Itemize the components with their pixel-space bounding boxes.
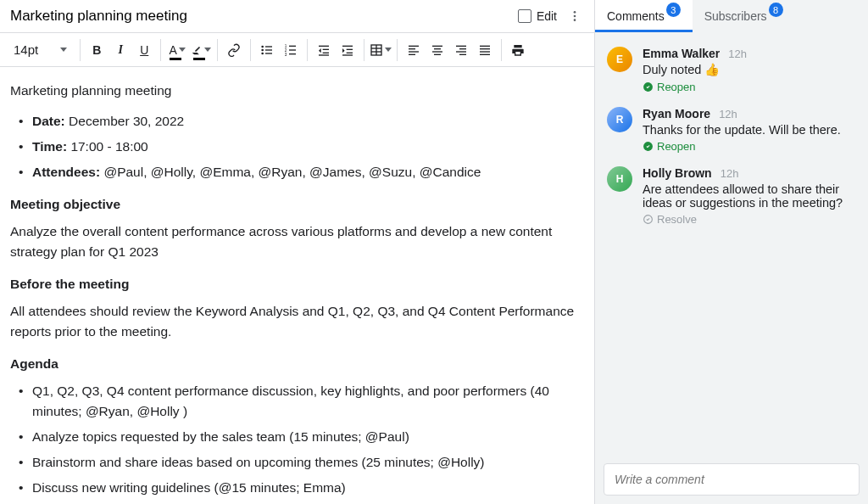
editor-main: Edit 14pt B I U A 123 [0, 0, 595, 504]
indent-icon [341, 43, 354, 57]
more-menu-button[interactable] [565, 7, 584, 25]
svg-rect-16 [323, 48, 329, 49]
svg-rect-32 [434, 48, 441, 49]
svg-rect-36 [459, 48, 466, 49]
svg-rect-21 [347, 52, 353, 53]
font-size-value: 14pt [14, 42, 38, 57]
svg-rect-30 [409, 53, 415, 54]
align-center-button[interactable] [426, 38, 449, 62]
meta-item: Date: December 30, 2022 [19, 111, 584, 132]
before-text: All attendees should review the Keyword … [10, 301, 584, 342]
svg-rect-33 [432, 51, 442, 52]
underline-icon: U [140, 43, 148, 57]
svg-rect-19 [342, 45, 353, 46]
svg-rect-39 [480, 45, 490, 46]
svg-rect-42 [480, 53, 490, 54]
underline-button[interactable]: U [132, 38, 156, 62]
svg-rect-34 [434, 53, 441, 54]
svg-rect-37 [456, 51, 466, 52]
separator [160, 39, 161, 61]
numbered-list-button[interactable]: 123 [279, 38, 303, 62]
svg-rect-14 [289, 53, 296, 54]
resolve-button[interactable]: Resolve [643, 213, 856, 226]
svg-point-3 [262, 45, 264, 48]
meta-item: Attendees: @Paul, @Holly, @Emma, @Ryan, … [19, 162, 584, 182]
indent-button[interactable] [336, 38, 359, 62]
highlight-icon [191, 44, 203, 56]
svg-rect-18 [319, 54, 329, 55]
tab-label: Comments [607, 9, 665, 23]
separator [307, 39, 308, 61]
link-button[interactable] [222, 38, 246, 62]
reopen-button[interactable]: Reopen [643, 81, 856, 93]
edit-toggle[interactable]: Edit [518, 9, 557, 23]
bold-icon: B [92, 43, 101, 57]
agenda-item: Brainstorm and share ideas based on upco… [19, 452, 584, 473]
italic-button[interactable]: I [108, 38, 132, 62]
comment-author: Emma Walker [643, 47, 720, 60]
text-color-icon: A [170, 43, 177, 57]
chevron-down-icon [204, 48, 211, 52]
doc-heading: Marketing planning meeting [10, 81, 584, 101]
chevron-down-icon [179, 48, 186, 52]
svg-rect-12 [289, 45, 296, 46]
meta-list: Date: December 30, 2022 Time: 17:00 - 18… [10, 111, 584, 182]
outdent-button[interactable] [312, 38, 336, 62]
avatar: H [607, 166, 632, 192]
kebab-icon [568, 9, 581, 23]
comment-item: H Holly Brown 12h Are attendees allowed … [595, 160, 868, 232]
bold-button[interactable]: B [85, 38, 108, 62]
comment-input[interactable] [604, 463, 860, 496]
print-button[interactable] [506, 38, 530, 62]
text-color-button[interactable]: A [165, 38, 189, 62]
reopen-button[interactable]: Reopen [643, 140, 856, 153]
svg-point-5 [262, 52, 264, 54]
svg-point-0 [574, 11, 576, 14]
objective-heading: Meeting objective [10, 194, 584, 215]
comment-text: Duly noted 👍 [643, 63, 856, 77]
avatar: R [607, 107, 632, 132]
highlight-button[interactable] [189, 38, 213, 62]
align-left-icon [407, 43, 420, 57]
svg-rect-40 [480, 48, 490, 49]
doc-title-input[interactable] [10, 8, 518, 25]
separator [397, 39, 398, 61]
table-button[interactable] [369, 38, 392, 62]
tab-subscribers[interactable]: Subscribers 8 [693, 0, 795, 31]
outdent-icon [317, 43, 331, 57]
svg-rect-28 [409, 48, 415, 49]
agenda-item: Discuss new writing guidelines (@15 minu… [19, 478, 584, 498]
editor-header: Edit [0, 0, 594, 33]
comment-item: R Ryan Moore 12h Thanks for the update. … [595, 100, 868, 160]
align-right-button[interactable] [449, 38, 473, 62]
numbered-list-icon: 123 [284, 43, 298, 57]
svg-rect-38 [459, 53, 466, 54]
comment-text: Thanks for the update. Will be there. [643, 123, 856, 137]
comment-author: Ryan Moore [643, 107, 710, 120]
svg-rect-29 [409, 51, 419, 52]
svg-rect-17 [323, 52, 329, 53]
avatar: E [607, 47, 632, 72]
italic-icon: I [118, 43, 122, 57]
font-size-select[interactable]: 14pt [5, 42, 75, 57]
check-circle-icon [643, 141, 654, 152]
comment-text: Are attendees allowed to share their ide… [643, 182, 856, 210]
tab-label: Subscribers [704, 9, 767, 23]
align-justify-button[interactable] [473, 38, 497, 62]
formatting-toolbar: 14pt B I U A 123 [0, 33, 594, 67]
align-right-icon [454, 43, 468, 57]
align-left-button[interactable] [402, 38, 426, 62]
comment-time: 12h [719, 108, 737, 120]
edit-label: Edit [537, 9, 557, 23]
separator [501, 39, 502, 61]
bullet-list-icon [260, 43, 274, 57]
document-content[interactable]: Marketing planning meeting Date: Decembe… [0, 67, 594, 504]
tab-comments[interactable]: Comments 3 [595, 0, 693, 31]
svg-rect-31 [432, 45, 442, 46]
link-icon [227, 43, 241, 57]
comments-list: E Emma Walker 12h Duly noted 👍 Reopen R … [595, 31, 868, 455]
svg-rect-22 [342, 54, 353, 55]
bullet-list-button[interactable] [255, 38, 279, 62]
svg-rect-35 [456, 45, 466, 46]
comment-input-wrap [595, 455, 868, 504]
